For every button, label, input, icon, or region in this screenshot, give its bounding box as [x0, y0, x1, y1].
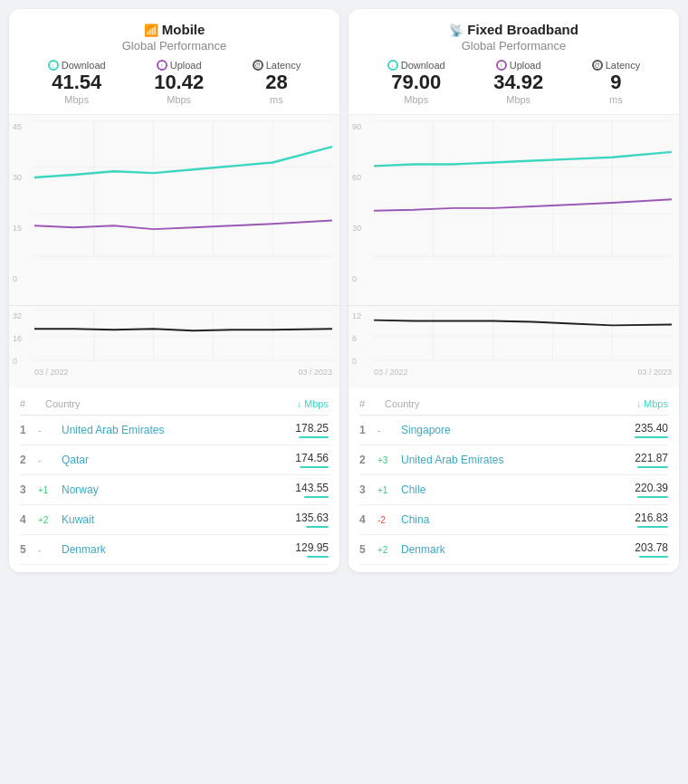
- td-country[interactable]: United Arab Emirates: [399, 454, 635, 466]
- mobile-latency-unit: ms: [253, 94, 301, 105]
- td-value: 220.39: [635, 482, 668, 494]
- broadband-title: 📡 Fixed Broadband: [363, 22, 664, 37]
- mobile-upload-unit: Mbps: [154, 94, 204, 105]
- mobile-header: 📶 Mobile Global Performance ↓ Download 4…: [9, 9, 339, 115]
- td-rank: 4: [359, 513, 377, 526]
- broadband-table-rows: 1 - Singapore 235.40 2 +3 United Arab Em…: [359, 416, 668, 565]
- mobile-x-labels: 03 / 2022 03 / 2023: [34, 368, 332, 377]
- row-bar: [304, 496, 329, 498]
- td-country[interactable]: Singapore: [399, 424, 635, 436]
- th-rank: #: [20, 398, 38, 409]
- row-bar: [637, 466, 669, 468]
- td-change: -: [377, 425, 399, 435]
- broadband-download-label: ↓ Download: [387, 60, 445, 71]
- table-row: 3 +1 Norway 143.55: [20, 475, 329, 505]
- td-rank: 5: [20, 543, 38, 556]
- td-value: 143.55: [295, 482, 329, 494]
- broadband-icon: 📡: [449, 24, 463, 37]
- td-country[interactable]: Norway: [60, 483, 295, 496]
- td-rank: 1: [20, 424, 38, 436]
- td-country[interactable]: Denmark: [399, 543, 635, 556]
- mobile-main-chart: [34, 120, 332, 261]
- row-bar: [635, 436, 668, 438]
- row-bar: [637, 526, 668, 528]
- mobile-table-header: # Country ↓ Mbps: [20, 395, 329, 416]
- bb-th-mbps: ↓ Mbps: [636, 398, 668, 409]
- mobile-y-labels: 45 30 15 0: [13, 122, 22, 283]
- td-value: 135.63: [295, 512, 329, 524]
- main-container: 📶 Mobile Global Performance ↓ Download 4…: [9, 9, 679, 572]
- td-change: +2: [377, 545, 399, 555]
- broadband-latency-unit: ms: [592, 94, 641, 105]
- mobile-download-unit: Mbps: [48, 94, 106, 105]
- td-value: 216.83: [635, 512, 668, 524]
- table-row: 4 +2 Kuwait 135.63: [20, 505, 329, 535]
- td-rank: 2: [359, 454, 377, 466]
- mobile-subtitle: Global Performance: [24, 39, 325, 53]
- mobile-upload-metric: ↑ Upload 10.42 Mbps: [154, 60, 204, 105]
- mobile-panel: 📶 Mobile Global Performance ↓ Download 4…: [9, 9, 339, 572]
- download-arrow-icon: ↓: [297, 399, 301, 409]
- td-country[interactable]: Kuwait: [60, 513, 295, 526]
- td-change: +3: [377, 455, 399, 465]
- broadband-latency-chart: 12 6 0 03 / 2022 03 / 2023: [349, 306, 679, 387]
- th-mbps: ↓ Mbps: [297, 398, 329, 409]
- broadband-table: # Country ↓ Mbps 1 - Singapore 235.40 2 …: [349, 387, 679, 572]
- mobile-latency-chart: 32 16 0 03 / 2022 03 / 2023: [9, 306, 339, 387]
- mobile-latency-svg: [34, 310, 332, 362]
- td-country[interactable]: United Arab Emirates: [60, 424, 295, 436]
- td-country[interactable]: Chile: [399, 483, 635, 496]
- broadband-upload-metric: ↑ Upload 34.92 Mbps: [493, 60, 543, 105]
- mobile-latency-y: 32 16 0: [13, 311, 22, 366]
- broadband-latency-value: 9: [592, 71, 641, 94]
- row-bar: [639, 556, 668, 558]
- broadband-panel: 📡 Fixed Broadband Global Performance ↓ D…: [349, 9, 679, 572]
- td-rank: 2: [20, 454, 38, 466]
- broadband-table-header: # Country ↓ Mbps: [359, 395, 668, 416]
- td-change: +2: [38, 515, 60, 525]
- td-change: -: [38, 425, 60, 435]
- mobile-latency-label: ⏱ Latency: [253, 60, 301, 71]
- mobile-download-value: 41.54: [48, 71, 106, 94]
- broadband-header: 📡 Fixed Broadband Global Performance ↓ D…: [349, 9, 679, 115]
- td-value: 221.87: [635, 452, 668, 464]
- td-change: +1: [377, 485, 399, 495]
- mobile-title: 📶 Mobile: [24, 22, 325, 37]
- bb-th-rank: #: [359, 398, 377, 409]
- broadband-latency-metric: ⏱ Latency 9 ms: [592, 60, 641, 105]
- broadband-download-metric: ↓ Download 79.00 Mbps: [387, 60, 445, 105]
- td-value: 174.56: [295, 452, 329, 464]
- bb-latency-icon: ⏱: [592, 60, 603, 71]
- td-change: -2: [377, 515, 399, 525]
- td-rank: 3: [359, 483, 377, 496]
- th-country: Country: [38, 398, 297, 409]
- table-row: 4 -2 China 216.83: [359, 505, 668, 535]
- broadband-y-labels: 90 60 30 0: [352, 122, 361, 283]
- row-bar: [300, 466, 329, 468]
- mobile-table-rows: 1 - United Arab Emirates 178.25 2 - Qata…: [20, 416, 329, 565]
- td-country[interactable]: China: [399, 513, 635, 526]
- td-change: -: [38, 455, 60, 465]
- table-row: 1 - Singapore 235.40: [359, 416, 668, 445]
- latency-icon: ⏱: [253, 60, 263, 71]
- td-rank: 5: [359, 543, 377, 556]
- bb-upload-icon: ↑: [496, 60, 507, 71]
- mobile-latency-value: 28: [253, 71, 301, 94]
- td-country[interactable]: Denmark: [60, 543, 295, 556]
- table-row: 5 +2 Denmark 203.78: [359, 535, 668, 565]
- broadband-subtitle: Global Performance: [363, 39, 664, 53]
- mobile-download-metric: ↓ Download 41.54 Mbps: [48, 60, 106, 105]
- table-row: 2 - Qatar 174.56: [20, 445, 329, 475]
- td-rank: 3: [20, 483, 38, 496]
- upload-icon: ↑: [157, 60, 167, 71]
- td-country[interactable]: Qatar: [60, 454, 295, 466]
- broadband-upload-unit: Mbps: [493, 94, 543, 105]
- row-bar: [306, 526, 329, 528]
- mobile-metrics: ↓ Download 41.54 Mbps ↑ Upload 10.42 Mbp…: [24, 60, 325, 105]
- mobile-latency-metric: ⏱ Latency 28 ms: [253, 60, 301, 105]
- table-row: 2 +3 United Arab Emirates 221.87: [359, 445, 668, 475]
- bb-download-icon: ↓: [387, 60, 398, 71]
- row-bar: [307, 556, 329, 558]
- table-row: 5 - Denmark 129.95: [20, 535, 329, 565]
- mobile-upload-value: 10.42: [154, 71, 204, 94]
